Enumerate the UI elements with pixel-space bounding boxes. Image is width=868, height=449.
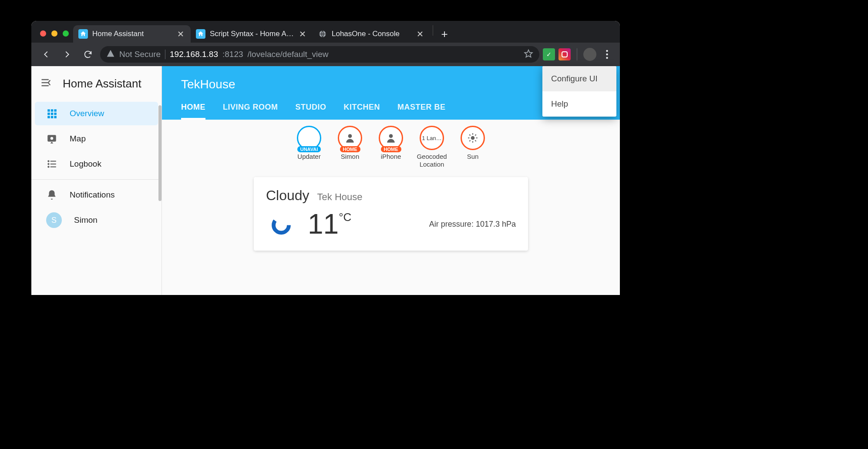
weather-condition: Cloudy	[266, 188, 310, 204]
weather-card[interactable]: Cloudy Tek House 11°C Air pressure: 1017…	[254, 177, 528, 251]
bookmark-star-icon[interactable]	[524, 49, 533, 60]
badge-label: Updater	[297, 153, 320, 161]
weather-pressure: Air pressure: 1017.3 hPa	[429, 220, 516, 229]
sidebar-item-logbook[interactable]: Logbook	[35, 152, 158, 176]
nav-forward-button[interactable]	[58, 46, 76, 63]
svg-point-2	[606, 54, 608, 55]
badge-sun[interactable]: Sun	[457, 126, 489, 168]
sidebar-item-label: Map	[70, 134, 86, 144]
favicon-ha-icon	[196, 29, 205, 39]
browser-tab-2[interactable]: LohasOne - Console	[313, 25, 430, 43]
tab-close-icon[interactable]	[178, 30, 185, 37]
svg-rect-11	[51, 116, 53, 118]
svg-point-3	[606, 57, 608, 59]
sidebar-item-label: Overview	[70, 109, 104, 118]
browser-menu-icon[interactable]	[600, 50, 614, 59]
tab-master-bedroom[interactable]: MASTER BE	[397, 103, 446, 120]
address-bar[interactable]: Not Secure 192.168.1.83:8123/lovelace/de…	[100, 46, 539, 63]
badge-geocoded[interactable]: 1 Lan… Geocoded Location	[416, 126, 448, 168]
nav-reload-button[interactable]	[79, 46, 97, 63]
tab-home[interactable]: HOME	[181, 103, 205, 120]
svg-rect-20	[50, 166, 56, 167]
badge-updater[interactable]: UNAVAI Updater	[293, 126, 325, 168]
sidebar-item-notifications[interactable]: Notifications	[35, 183, 158, 207]
sidebar-divider	[31, 179, 161, 180]
svg-rect-4	[47, 109, 50, 111]
svg-rect-16	[50, 161, 56, 161]
tab-living-room[interactable]: LIVING ROOM	[223, 103, 278, 120]
svg-rect-8	[51, 113, 53, 115]
svg-point-19	[47, 166, 49, 168]
tab-close-icon[interactable]	[299, 30, 306, 37]
svg-point-22	[389, 134, 393, 138]
svg-point-15	[47, 160, 49, 162]
badge-simon[interactable]: HOME Simon	[334, 126, 366, 168]
sidebar-item-user[interactable]: S Simon	[35, 208, 158, 232]
tabstrip: Home Assistant Script Syntax - Home Assi…	[31, 21, 620, 43]
window-zoom-icon[interactable]	[63, 30, 69, 37]
tab-kitchen[interactable]: KITCHEN	[344, 103, 380, 120]
favicon-ha-icon	[78, 29, 88, 39]
nav-back-button[interactable]	[37, 46, 55, 63]
sidebar-header: Home Assistant	[31, 66, 161, 101]
svg-point-21	[348, 134, 352, 138]
not-secure-icon	[106, 49, 115, 60]
sidebar-scrollbar[interactable]	[158, 105, 161, 201]
extension-2-icon[interactable]	[558, 48, 571, 60]
favicon-globe-icon	[318, 29, 327, 39]
view-tabs: HOME LIVING ROOM STUDIO KITCHEN MASTER B…	[181, 103, 601, 120]
sidebar-item-label: Notifications	[70, 190, 115, 200]
tab-title: LohasOne - Console	[332, 30, 413, 38]
person-icon	[385, 132, 397, 144]
tab-title: Home Assistant	[92, 30, 173, 38]
overflow-menu: Configure UI Help	[542, 66, 616, 117]
svg-point-1	[606, 50, 608, 52]
badge-circle	[461, 126, 485, 150]
sidebar-toggle-icon[interactable]	[36, 77, 52, 90]
tab-close-icon[interactable]	[417, 30, 424, 37]
sun-icon	[467, 132, 478, 144]
tab-studio[interactable]: STUDIO	[296, 103, 326, 120]
badge-pill: HOME	[340, 146, 360, 152]
sidebar-item-label: Simon	[74, 215, 98, 225]
app: Home Assistant Overview Map Logbook Noti…	[31, 66, 620, 295]
badge-row: UNAVAI Updater HOME Simon HOME	[162, 120, 620, 171]
user-avatar-icon: S	[46, 212, 62, 228]
svg-rect-18	[50, 164, 56, 164]
new-tab-button[interactable]: +	[436, 25, 453, 43]
window-minimize-icon[interactable]	[51, 30, 57, 37]
svg-point-17	[47, 163, 49, 165]
menu-item-configure-ui[interactable]: Configure UI	[542, 66, 616, 91]
bell-icon	[46, 189, 57, 201]
sidebar-item-overview[interactable]: Overview	[35, 102, 158, 125]
browser-tab-1[interactable]: Script Syntax - Home Assistant	[191, 25, 313, 43]
weather-location: Tek House	[317, 191, 363, 203]
svg-point-23	[471, 136, 475, 140]
extension-1-icon[interactable]: ✓	[543, 48, 555, 60]
url-separator	[165, 50, 165, 59]
svg-rect-9	[54, 113, 56, 115]
url-port: :8123	[222, 50, 243, 59]
svg-rect-12	[54, 116, 56, 118]
map-pin-icon	[46, 133, 57, 144]
tab-separator	[433, 25, 433, 36]
profile-avatar-icon[interactable]	[583, 48, 596, 61]
badge-circle: UNAVAI	[297, 126, 321, 150]
menu-item-help[interactable]: Help	[542, 91, 616, 117]
cloudy-icon	[266, 208, 296, 240]
browser-tab-0[interactable]: Home Assistant	[73, 25, 191, 43]
badge-pill: UNAVAI	[297, 146, 321, 152]
person-icon	[344, 132, 356, 144]
sidebar-item-map[interactable]: Map	[35, 127, 158, 151]
svg-point-24	[274, 218, 289, 233]
url-path: /lovelace/default_view	[248, 50, 329, 59]
not-secure-label: Not Secure	[119, 50, 161, 59]
tab-title: Script Syntax - Home Assistant	[210, 30, 295, 38]
grid-icon	[46, 108, 57, 119]
svg-rect-10	[47, 116, 50, 118]
pressure-value: 1017.3 hPa	[476, 220, 516, 228]
browser-chrome: Home Assistant Script Syntax - Home Assi…	[31, 21, 620, 66]
window-close-icon[interactable]	[40, 30, 46, 37]
badge-iphone[interactable]: HOME iPhone	[375, 126, 407, 168]
sidebar: Home Assistant Overview Map Logbook Noti…	[31, 66, 162, 295]
